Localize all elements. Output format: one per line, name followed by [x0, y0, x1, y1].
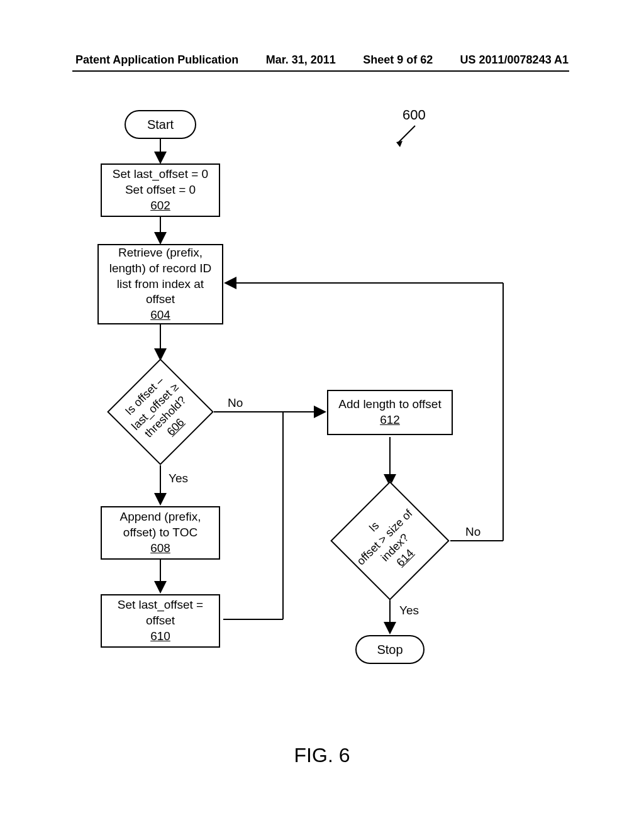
start-terminal: Start: [125, 110, 196, 139]
diamond-614-wrap: Is offset > size of index? 614: [330, 481, 450, 600]
header-right: US 2011/0078243 A1: [460, 53, 569, 67]
label-no-606: No: [228, 396, 243, 410]
b602-ref: 602: [150, 198, 170, 214]
ref-600: 600: [402, 107, 426, 123]
b604-l3: list from index at: [117, 277, 204, 292]
b608-ref: 608: [150, 541, 170, 556]
svg-line-15: [397, 126, 415, 143]
b608-l1: Append (prefix,: [120, 509, 201, 525]
header-mid: Mar. 31, 2011: [266, 53, 336, 67]
label-yes-614: Yes: [399, 604, 419, 617]
header-rule: [72, 70, 569, 72]
label-no-614: No: [465, 525, 480, 539]
b602-l2: Set offset = 0: [125, 182, 196, 198]
b604-l4: offset: [146, 292, 175, 307]
start-label: Start: [147, 118, 174, 132]
b602-l1: Set last_offset = 0: [113, 167, 208, 182]
header-left: Patent Application Publication: [75, 53, 238, 67]
b604-l2: length) of record ID: [109, 261, 212, 277]
stop-terminal: Stop: [355, 635, 425, 664]
diamond-606-wrap: Is offset – last_offset ≥ threshold? 606: [107, 358, 214, 465]
stop-label: Stop: [377, 643, 402, 657]
arrow-lines: [0, 107, 644, 736]
b604-l1: Retrieve (prefix,: [118, 245, 203, 261]
box-604: Retrieve (prefix, length) of record ID l…: [97, 244, 223, 324]
label-yes-606: Yes: [169, 472, 188, 485]
figure-number: FIG. 6: [0, 744, 644, 767]
b610-ref: 610: [150, 629, 170, 645]
box-610: Set last_offset = offset 610: [101, 594, 220, 648]
header-sheet: Sheet 9 of 62: [363, 53, 433, 67]
b612-ref: 612: [380, 412, 400, 428]
b608-l2: offset) to TOC: [123, 525, 197, 541]
box-612: Add length to offset 612: [327, 390, 453, 435]
b610-l1: Set last_offset =: [118, 597, 203, 613]
flowchart: Start Set last_offset = 0 Set offset = 0…: [0, 107, 644, 736]
b610-l2: offset: [146, 613, 175, 629]
b604-ref: 604: [150, 307, 170, 323]
box-608: Append (prefix, offset) to TOC 608: [101, 506, 220, 560]
box-602: Set last_offset = 0 Set offset = 0 602: [101, 163, 220, 217]
b612-l1: Add length to offset: [338, 397, 441, 412]
svg-marker-16: [396, 141, 402, 147]
